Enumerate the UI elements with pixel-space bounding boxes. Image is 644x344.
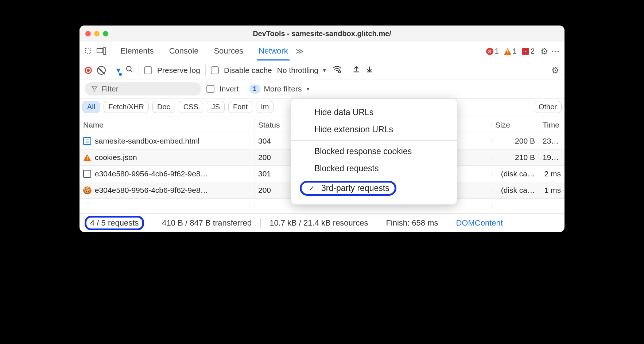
error-count[interactable]: ✕ 1: [486, 47, 499, 55]
disable-cache-checkbox[interactable]: [211, 66, 219, 74]
more-menu-icon[interactable]: ⋮: [551, 47, 560, 55]
inspect-icon[interactable]: [84, 46, 94, 56]
issue-count[interactable]: ▪ 2: [522, 47, 535, 55]
tab-sources[interactable]: Sources: [212, 42, 245, 60]
filter-3rd-party-requests[interactable]: ✓ 3rd-party requests: [291, 177, 457, 199]
svg-rect-0: [86, 48, 91, 53]
throttling-select[interactable]: No throttling ▼: [277, 66, 327, 75]
tab-console[interactable]: Console: [168, 42, 200, 60]
filter-css[interactable]: CSS: [179, 101, 203, 113]
network-settings-icon[interactable]: ⚙: [551, 65, 559, 75]
warning-icon: [504, 48, 511, 55]
filter-input[interactable]: Filter: [85, 82, 201, 95]
more-filters-dropdown: Hide data URLs Hide extension URLs Block…: [291, 99, 457, 204]
invert-checkbox[interactable]: [206, 85, 214, 93]
svg-rect-1: [97, 48, 103, 53]
filter-js[interactable]: JS: [207, 101, 225, 113]
generic-file-icon: [83, 170, 91, 178]
filter-bar: Filter Invert 1 More filters ▼: [79, 79, 565, 99]
settings-icon[interactable]: ⚙: [540, 46, 548, 56]
svg-marker-10: [92, 87, 97, 91]
error-icon: ✕: [486, 48, 493, 55]
cookie-icon: 🍪: [83, 186, 91, 194]
titlebar: DevTools - samesite-sandbox.glitch.me/: [79, 26, 565, 42]
clear-button[interactable]: [97, 66, 106, 75]
col-name[interactable]: Name: [79, 118, 255, 132]
chevron-down-icon: ▼: [322, 67, 327, 73]
devtools-window: DevTools - samesite-sandbox.glitch.me/ E…: [79, 26, 565, 232]
device-toolbar-icon[interactable]: [96, 46, 106, 56]
warning-icon: [83, 153, 91, 161]
issue-icon: ▪: [522, 48, 529, 55]
chevron-down-icon: ▼: [305, 86, 310, 92]
filter-toggle-icon[interactable]: ▾: [116, 66, 120, 75]
col-size[interactable]: Size: [492, 118, 539, 132]
filter-hide-data-urls[interactable]: Hide data URLs: [291, 104, 457, 121]
invert-label: Invert: [220, 85, 239, 93]
resources: 10.7 kB / 21.4 kB resources: [269, 218, 368, 228]
more-filters-button[interactable]: 1 More filters ▼: [249, 85, 311, 94]
preserve-log-label: Preserve log: [157, 66, 200, 75]
document-icon: ≡: [83, 137, 91, 145]
network-toolbar: ▾ Preserve log Disable cache No throttli…: [79, 61, 565, 79]
preserve-log-checkbox[interactable]: [144, 66, 152, 74]
check-icon: ✓: [307, 184, 316, 193]
download-har-icon[interactable]: [365, 65, 373, 75]
svg-line-4: [131, 70, 133, 72]
col-time[interactable]: Time: [539, 118, 565, 132]
funnel-icon: [91, 86, 98, 92]
window-controls: [85, 31, 108, 36]
window-title: DevTools - samesite-sandbox.glitch.me/: [85, 30, 559, 38]
more-filters-badge: 1: [249, 85, 260, 94]
filter-other[interactable]: Other: [534, 101, 562, 113]
warning-count[interactable]: 1: [504, 47, 517, 55]
status-bar: 4 / 5 requests 410 B / 847 B transferred…: [79, 213, 565, 232]
record-button[interactable]: [85, 67, 92, 74]
svg-rect-12: [87, 156, 88, 159]
filter-blocked-cookies[interactable]: Blocked response cookies: [291, 143, 457, 160]
filter-hide-extension-urls[interactable]: Hide extension URLs: [291, 121, 457, 138]
filter-img[interactable]: Im: [256, 101, 273, 113]
transferred: 410 B / 847 B transferred: [162, 218, 252, 228]
request-count: 4 / 5 requests: [85, 216, 144, 230]
finish-time: Finish: 658 ms: [386, 218, 438, 228]
filter-font[interactable]: Font: [228, 101, 252, 113]
upload-har-icon[interactable]: [352, 65, 360, 75]
domcontent-link[interactable]: DOMContent: [456, 218, 503, 228]
svg-rect-2: [103, 48, 106, 54]
close-window-button[interactable]: [85, 31, 91, 36]
filter-blocked-requests[interactable]: Blocked requests: [291, 160, 457, 177]
svg-rect-13: [87, 159, 88, 160]
disable-cache-label: Disable cache: [224, 66, 272, 75]
filter-doc[interactable]: Doc: [152, 101, 175, 113]
search-icon[interactable]: [125, 65, 133, 75]
more-tabs-icon[interactable]: ≫: [295, 47, 304, 56]
panel-tabs: Elements Console Sources Network ≫ ✕ 1 1…: [79, 42, 565, 61]
filter-all[interactable]: All: [82, 101, 100, 113]
issue-counters: ✕ 1 1 ▪ 2: [486, 47, 535, 55]
filter-fetch-xhr[interactable]: Fetch/XHR: [104, 101, 149, 113]
minimize-window-button[interactable]: [94, 31, 100, 36]
tab-elements[interactable]: Elements: [119, 42, 155, 60]
network-conditions-icon[interactable]: [332, 65, 342, 75]
zoom-window-button[interactable]: [103, 31, 108, 36]
svg-point-5: [338, 71, 341, 73]
svg-point-3: [127, 66, 131, 71]
tab-network[interactable]: Network: [257, 42, 290, 60]
